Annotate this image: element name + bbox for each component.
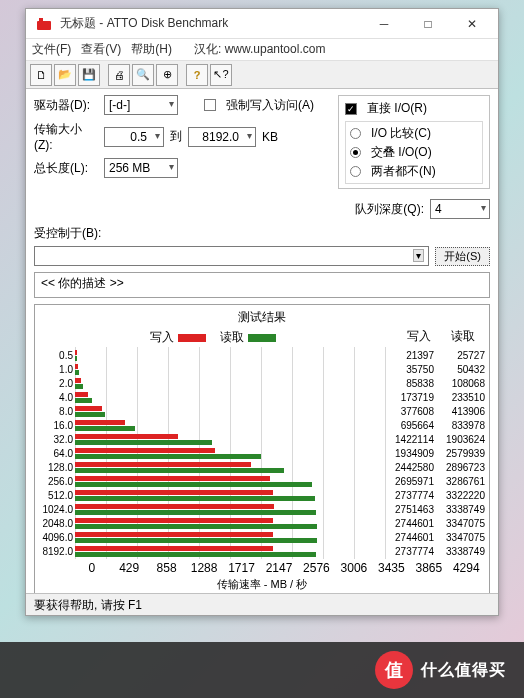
preview-icon[interactable]: 🔍 [132, 64, 154, 86]
io-compare-label: I/O 比较(C) [371, 125, 431, 142]
brand-footer: 值 什么值得买 [0, 642, 524, 698]
read-swatch-icon [248, 334, 276, 342]
new-icon[interactable]: 🗋 [30, 64, 52, 86]
results-panel: 测试结果 写入 读取 写入 读取 0.51.02.04.08.016.032.0… [34, 304, 490, 597]
brand-name: 什么值得买 [421, 660, 506, 681]
close-button[interactable]: ✕ [450, 10, 494, 38]
start-button[interactable]: 开始(S) [435, 247, 490, 266]
chart-bars [75, 347, 385, 559]
overlap-io-radio[interactable] [350, 147, 361, 158]
svg-rect-0 [37, 21, 51, 30]
app-icon [36, 17, 54, 31]
write-values-column: 2139735750858381737193776086956641422114… [387, 349, 434, 559]
neither-label: 两者都不(N) [371, 163, 436, 180]
col-read-header: 读取 [451, 328, 475, 347]
drive-select[interactable]: [-d-] [104, 95, 178, 115]
size-from-select[interactable]: 0.5 [104, 127, 164, 147]
direct-io-label: 直接 I/O(R) [367, 100, 427, 117]
io-compare-radio[interactable] [350, 128, 361, 139]
neither-radio[interactable] [350, 166, 361, 177]
menubar: 文件(F) 查看(V) 帮助(H) 汉化: www.upantool.com [26, 39, 498, 61]
results-title: 测试结果 [39, 307, 485, 328]
print-icon[interactable]: 🖨 [108, 64, 130, 86]
controlled-label: 受控制于(B): [34, 225, 101, 242]
minimize-button[interactable]: ─ [362, 10, 406, 38]
direct-io-checkbox[interactable]: ✓ [345, 103, 357, 115]
help-icon[interactable]: ? [186, 64, 208, 86]
chart-x-label: 传输速率 - MB / 秒 [39, 577, 485, 592]
status-bar: 要获得帮助, 请按 F1 [26, 593, 498, 615]
size-unit: KB [262, 130, 278, 144]
qdepth-label: 队列深度(Q): [355, 201, 424, 218]
length-label: 总长度(L): [34, 160, 98, 177]
menu-help[interactable]: 帮助(H) [131, 41, 172, 58]
size-to-label: 到 [170, 128, 182, 145]
menu-file[interactable]: 文件(F) [32, 41, 71, 58]
maximize-button[interactable]: □ [406, 10, 450, 38]
chart-y-labels: 0.51.02.04.08.016.032.064.0128.0256.0512… [39, 347, 73, 559]
brand-logo-icon: 值 [375, 651, 413, 689]
controlled-select[interactable] [34, 246, 429, 266]
length-select[interactable]: 256 MB [104, 158, 178, 178]
size-to-select[interactable]: 8192.0 [188, 127, 256, 147]
whats-this-icon[interactable]: ↖? [210, 64, 232, 86]
chart-x-axis: 042985812881717214725763006343538654294 [73, 561, 485, 575]
svg-rect-1 [39, 18, 43, 22]
force-write-label: 强制写入访问(A) [226, 97, 314, 114]
force-write-checkbox[interactable] [204, 99, 216, 111]
legend-read: 读取 [220, 330, 244, 344]
write-swatch-icon [178, 334, 206, 342]
save-icon[interactable]: 💾 [78, 64, 100, 86]
toolbar: 🗋 📂 💾 🖨 🔍 ⊕ ? ↖? [26, 61, 498, 89]
zoom-icon[interactable]: ⊕ [156, 64, 178, 86]
size-label: 传输大小(Z): [34, 121, 98, 152]
description-input[interactable]: << 你的描述 >> [34, 272, 490, 298]
qdepth-select[interactable]: 4 [430, 199, 490, 219]
drive-label: 驱动器(D): [34, 97, 98, 114]
legend-write: 写入 [150, 330, 174, 344]
read-values-column: 2572750432108068233510413906833978190362… [438, 349, 485, 559]
menu-view[interactable]: 查看(V) [81, 41, 121, 58]
window-title: 无标题 - ATTO Disk Benchmark [60, 15, 362, 32]
col-write-header: 写入 [407, 328, 431, 347]
overlap-io-label: 交叠 I/O(O) [371, 144, 432, 161]
open-icon[interactable]: 📂 [54, 64, 76, 86]
menu-credits: 汉化: www.upantool.com [194, 41, 325, 58]
